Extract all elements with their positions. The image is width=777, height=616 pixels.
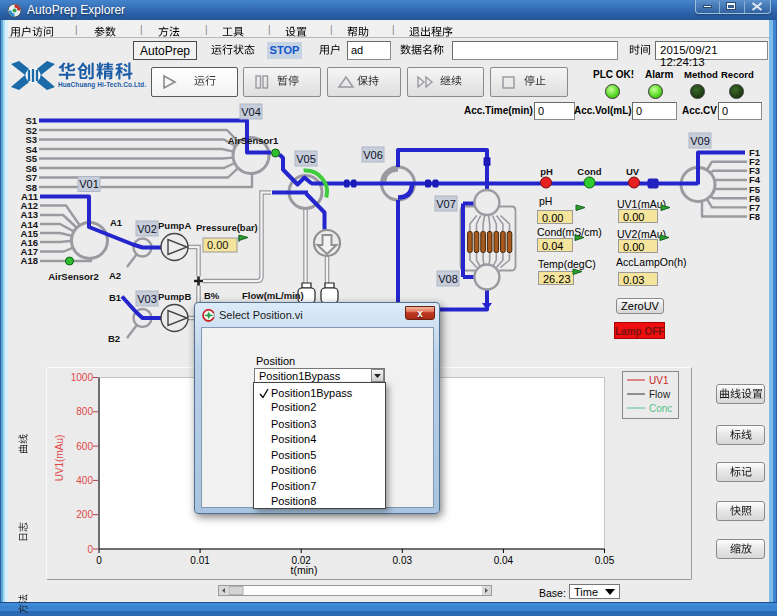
svg-text:UV1: UV1 (649, 375, 669, 386)
svg-text:200: 200 (76, 509, 93, 520)
svg-text:0.05: 0.05 (595, 555, 615, 566)
svg-text:AirSensor1: AirSensor1 (228, 135, 279, 146)
svg-text:A2: A2 (109, 270, 121, 281)
svg-text:1000: 1000 (71, 372, 94, 383)
svg-text:t(min): t(min) (291, 564, 318, 576)
svg-text:V08: V08 (438, 273, 458, 285)
svg-text:PumpB: PumpB (158, 291, 191, 302)
svg-text:V02: V02 (137, 223, 157, 235)
svg-text:0: 0 (87, 544, 93, 555)
svg-text:B%: B% (204, 290, 220, 301)
svg-text:A18: A18 (21, 255, 38, 266)
svg-text:AirSensor2: AirSensor2 (48, 271, 99, 282)
svg-text:Cond: Cond (577, 166, 601, 177)
svg-text:Conc: Conc (649, 403, 672, 414)
svg-text:V05: V05 (296, 153, 316, 165)
svg-text:Flow: Flow (649, 389, 671, 400)
svg-text:A1: A1 (110, 217, 123, 228)
svg-text:400: 400 (76, 475, 93, 486)
svg-text:V07: V07 (436, 198, 456, 210)
svg-text:V09: V09 (690, 135, 710, 147)
svg-text:PumpA: PumpA (158, 220, 191, 231)
svg-text:Pressure(bar): Pressure(bar) (196, 222, 258, 233)
svg-text:V04: V04 (241, 106, 261, 118)
svg-text:pH: pH (540, 166, 553, 177)
svg-text:0.04: 0.04 (494, 555, 514, 566)
svg-text:B2: B2 (108, 333, 120, 344)
svg-text:V06: V06 (363, 149, 383, 161)
svg-text:0.01: 0.01 (190, 555, 210, 566)
svg-text:0: 0 (96, 555, 102, 566)
svg-text:0.03: 0.03 (393, 555, 413, 566)
svg-text:S8: S8 (25, 182, 37, 193)
svg-text:V01: V01 (79, 178, 99, 190)
svg-text:UV: UV (626, 166, 640, 177)
svg-text:600: 600 (76, 441, 93, 452)
svg-text:Flow(mL/min): Flow(mL/min) (242, 290, 304, 301)
svg-text:F8: F8 (749, 211, 760, 222)
svg-text:0.00: 0.00 (207, 239, 228, 251)
svg-text:V03: V03 (137, 293, 157, 305)
svg-text:800: 800 (76, 406, 93, 417)
svg-text:UV1(mAu): UV1(mAu) (54, 435, 65, 482)
svg-text:B1: B1 (109, 292, 122, 303)
